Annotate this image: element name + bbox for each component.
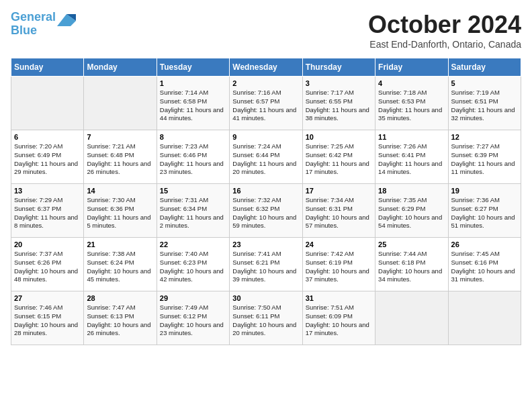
- day-number: 12: [451, 133, 518, 141]
- day-number: 8: [160, 133, 226, 141]
- calendar-cell: 15Sunrise: 7:31 AM Sunset: 6:34 PM Dayli…: [157, 184, 229, 238]
- calendar-cell: [11, 77, 84, 130]
- calendar-cell: 10Sunrise: 7:25 AM Sunset: 6:42 PM Dayli…: [302, 130, 375, 184]
- weekday-header: Sunday: [11, 58, 84, 77]
- day-info: Sunrise: 7:36 AM Sunset: 6:27 PM Dayligh…: [451, 196, 518, 230]
- logo-text: GeneralBlue: [11, 11, 56, 38]
- day-number: 14: [87, 187, 153, 195]
- day-info: Sunrise: 7:18 AM Sunset: 6:53 PM Dayligh…: [378, 89, 445, 123]
- calendar-cell: 16Sunrise: 7:32 AM Sunset: 6:32 PM Dayli…: [230, 184, 302, 238]
- calendar-cell: 2Sunrise: 7:16 AM Sunset: 6:57 PM Daylig…: [230, 77, 302, 130]
- day-info: Sunrise: 7:31 AM Sunset: 6:34 PM Dayligh…: [160, 196, 226, 230]
- day-info: Sunrise: 7:45 AM Sunset: 6:16 PM Dayligh…: [451, 250, 518, 284]
- day-info: Sunrise: 7:16 AM Sunset: 6:57 PM Dayligh…: [232, 89, 299, 123]
- day-number: 7: [87, 133, 153, 141]
- calendar-cell: 23Sunrise: 7:41 AM Sunset: 6:21 PM Dayli…: [230, 238, 302, 291]
- calendar-cell: 11Sunrise: 7:26 AM Sunset: 6:41 PM Dayli…: [375, 130, 448, 184]
- calendar-cell: 3Sunrise: 7:17 AM Sunset: 6:55 PM Daylig…: [302, 77, 375, 130]
- day-info: Sunrise: 7:46 AM Sunset: 6:15 PM Dayligh…: [14, 304, 81, 338]
- calendar-week-row: 20Sunrise: 7:37 AM Sunset: 6:26 PM Dayli…: [11, 238, 521, 291]
- title-block: October 2024 East End-Danforth, Ontario,…: [368, 11, 521, 50]
- day-info: Sunrise: 7:19 AM Sunset: 6:51 PM Dayligh…: [451, 89, 518, 123]
- day-info: Sunrise: 7:51 AM Sunset: 6:09 PM Dayligh…: [306, 304, 372, 338]
- calendar-cell: 5Sunrise: 7:19 AM Sunset: 6:51 PM Daylig…: [448, 77, 521, 130]
- calendar-cell: [375, 291, 448, 345]
- day-info: Sunrise: 7:30 AM Sunset: 6:36 PM Dayligh…: [87, 196, 153, 230]
- day-number: 9: [232, 133, 299, 141]
- calendar-cell: 6Sunrise: 7:20 AM Sunset: 6:49 PM Daylig…: [11, 130, 84, 184]
- calendar-cell: 22Sunrise: 7:40 AM Sunset: 6:23 PM Dayli…: [157, 238, 229, 291]
- calendar-cell: 14Sunrise: 7:30 AM Sunset: 6:36 PM Dayli…: [84, 184, 157, 238]
- weekday-header: Friday: [375, 58, 448, 77]
- day-info: Sunrise: 7:50 AM Sunset: 6:11 PM Dayligh…: [232, 304, 299, 338]
- day-number: 16: [232, 187, 299, 195]
- day-info: Sunrise: 7:44 AM Sunset: 6:18 PM Dayligh…: [378, 250, 445, 284]
- calendar-cell: 12Sunrise: 7:27 AM Sunset: 6:39 PM Dayli…: [448, 130, 521, 184]
- day-number: 1: [160, 79, 226, 87]
- calendar-cell: 13Sunrise: 7:29 AM Sunset: 6:37 PM Dayli…: [11, 184, 84, 238]
- logo: GeneralBlue: [11, 11, 76, 38]
- calendar-cell: 28Sunrise: 7:47 AM Sunset: 6:13 PM Dayli…: [84, 291, 157, 345]
- weekday-header: Tuesday: [157, 58, 229, 77]
- calendar-cell: 20Sunrise: 7:37 AM Sunset: 6:26 PM Dayli…: [11, 238, 84, 291]
- day-number: 10: [306, 133, 372, 141]
- weekday-header: Thursday: [302, 58, 375, 77]
- day-number: 29: [160, 294, 226, 302]
- day-info: Sunrise: 7:14 AM Sunset: 6:58 PM Dayligh…: [160, 89, 226, 123]
- calendar-cell: [448, 291, 521, 345]
- day-info: Sunrise: 7:37 AM Sunset: 6:26 PM Dayligh…: [14, 250, 81, 284]
- calendar-cell: 30Sunrise: 7:50 AM Sunset: 6:11 PM Dayli…: [230, 291, 302, 345]
- day-info: Sunrise: 7:38 AM Sunset: 6:24 PM Dayligh…: [87, 250, 153, 284]
- day-number: 5: [451, 79, 518, 87]
- day-info: Sunrise: 7:42 AM Sunset: 6:19 PM Dayligh…: [306, 250, 372, 284]
- calendar-cell: 7Sunrise: 7:21 AM Sunset: 6:48 PM Daylig…: [84, 130, 157, 184]
- calendar-cell: 29Sunrise: 7:49 AM Sunset: 6:12 PM Dayli…: [157, 291, 229, 345]
- calendar-cell: 1Sunrise: 7:14 AM Sunset: 6:58 PM Daylig…: [157, 77, 229, 130]
- calendar-cell: 8Sunrise: 7:23 AM Sunset: 6:46 PM Daylig…: [157, 130, 229, 184]
- calendar-cell: 9Sunrise: 7:24 AM Sunset: 6:44 PM Daylig…: [230, 130, 302, 184]
- calendar-cell: 4Sunrise: 7:18 AM Sunset: 6:53 PM Daylig…: [375, 77, 448, 130]
- day-number: 20: [14, 240, 81, 248]
- day-number: 3: [306, 79, 372, 87]
- calendar-cell: 18Sunrise: 7:35 AM Sunset: 6:29 PM Dayli…: [375, 184, 448, 238]
- calendar-cell: 17Sunrise: 7:34 AM Sunset: 6:31 PM Dayli…: [302, 184, 375, 238]
- calendar-cell: 31Sunrise: 7:51 AM Sunset: 6:09 PM Dayli…: [302, 291, 375, 345]
- day-number: 15: [160, 187, 226, 195]
- logo-icon: [57, 14, 76, 26]
- day-number: 24: [306, 240, 372, 248]
- calendar-cell: 24Sunrise: 7:42 AM Sunset: 6:19 PM Dayli…: [302, 238, 375, 291]
- calendar-cell: 21Sunrise: 7:38 AM Sunset: 6:24 PM Dayli…: [84, 238, 157, 291]
- calendar-cell: 25Sunrise: 7:44 AM Sunset: 6:18 PM Dayli…: [375, 238, 448, 291]
- day-number: 26: [451, 240, 518, 248]
- day-number: 6: [14, 133, 81, 141]
- day-number: 11: [378, 133, 445, 141]
- day-info: Sunrise: 7:41 AM Sunset: 6:21 PM Dayligh…: [232, 250, 299, 284]
- day-info: Sunrise: 7:34 AM Sunset: 6:31 PM Dayligh…: [306, 196, 372, 230]
- weekday-header: Monday: [84, 58, 157, 77]
- day-number: 22: [160, 240, 226, 248]
- day-info: Sunrise: 7:17 AM Sunset: 6:55 PM Dayligh…: [306, 89, 372, 123]
- day-info: Sunrise: 7:20 AM Sunset: 6:49 PM Dayligh…: [14, 142, 81, 177]
- calendar-week-row: 6Sunrise: 7:20 AM Sunset: 6:49 PM Daylig…: [11, 130, 521, 184]
- calendar-body: 1Sunrise: 7:14 AM Sunset: 6:58 PM Daylig…: [11, 77, 521, 345]
- day-info: Sunrise: 7:27 AM Sunset: 6:39 PM Dayligh…: [451, 142, 518, 177]
- day-info: Sunrise: 7:32 AM Sunset: 6:32 PM Dayligh…: [232, 196, 299, 230]
- calendar-cell: 19Sunrise: 7:36 AM Sunset: 6:27 PM Dayli…: [448, 184, 521, 238]
- day-info: Sunrise: 7:26 AM Sunset: 6:41 PM Dayligh…: [378, 142, 445, 177]
- day-number: 30: [232, 294, 299, 302]
- day-info: Sunrise: 7:35 AM Sunset: 6:29 PM Dayligh…: [378, 196, 445, 230]
- calendar-week-row: 27Sunrise: 7:46 AM Sunset: 6:15 PM Dayli…: [11, 291, 521, 345]
- calendar-table: SundayMondayTuesdayWednesdayThursdayFrid…: [11, 58, 521, 345]
- day-info: Sunrise: 7:21 AM Sunset: 6:48 PM Dayligh…: [87, 142, 153, 177]
- day-number: 17: [306, 187, 372, 195]
- calendar-header: SundayMondayTuesdayWednesdayThursdayFrid…: [11, 58, 521, 77]
- header-row: SundayMondayTuesdayWednesdayThursdayFrid…: [11, 58, 521, 77]
- calendar-week-row: 13Sunrise: 7:29 AM Sunset: 6:37 PM Dayli…: [11, 184, 521, 238]
- calendar-cell: 27Sunrise: 7:46 AM Sunset: 6:15 PM Dayli…: [11, 291, 84, 345]
- calendar-cell: [84, 77, 157, 130]
- day-number: 13: [14, 187, 81, 195]
- weekday-header: Wednesday: [230, 58, 302, 77]
- day-number: 31: [306, 294, 372, 302]
- day-number: 28: [87, 294, 153, 302]
- calendar-title: October 2024: [368, 11, 521, 39]
